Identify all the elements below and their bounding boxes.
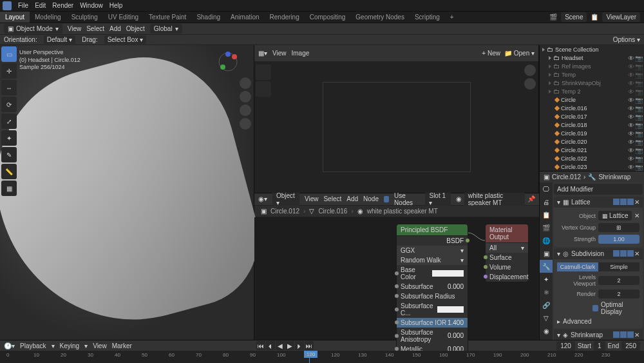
- tab-rendering[interactable]: Rendering: [265, 12, 305, 23]
- hide-viewport-icon[interactable]: 👁: [628, 88, 634, 95]
- disclosure-icon[interactable]: [549, 81, 551, 85]
- surface-socket[interactable]: [484, 255, 488, 259]
- menu-select[interactable]: Select: [86, 25, 104, 32]
- tab-texture[interactable]: Texture Paint: [144, 12, 191, 23]
- tab-modeling[interactable]: Modeling: [30, 12, 66, 23]
- displacement-socket[interactable]: [484, 275, 488, 279]
- tab-add[interactable]: +: [445, 12, 459, 23]
- transform-tool[interactable]: ✦: [1, 130, 17, 146]
- hide-render-icon[interactable]: 📷: [635, 97, 641, 103]
- end-frame-input[interactable]: 250: [621, 341, 640, 351]
- blender-logo-icon[interactable]: [3, 1, 12, 10]
- modifier-header[interactable]: ▾ ▦ Lattice ✕: [554, 197, 643, 208]
- rotate-tool[interactable]: ⟳: [1, 97, 17, 112]
- tab-constraint-icon[interactable]: 🔗: [540, 299, 553, 311]
- uv-canvas[interactable]: [254, 62, 538, 193]
- hide-viewport-icon[interactable]: 👁: [628, 122, 634, 128]
- hide-viewport-icon[interactable]: 👁: [628, 147, 634, 153]
- scene-collection-row[interactable]: 🗀 Scene Collection: [540, 45, 644, 54]
- input-socket[interactable]: [395, 271, 399, 275]
- mod-delete-icon[interactable]: ✕: [634, 199, 639, 206]
- hide-render-icon[interactable]: 📷: [635, 147, 641, 153]
- keyframe-next-icon[interactable]: ⏵: [295, 341, 304, 350]
- mod-show-render[interactable]: [627, 331, 634, 338]
- hide-render-icon[interactable]: 📷: [635, 55, 641, 61]
- options-dropdown[interactable]: Options: [613, 36, 635, 43]
- bsdf-base-color[interactable]: Base Color: [397, 265, 468, 282]
- outliner-item[interactable]: Circle.022👁📷: [540, 154, 644, 162]
- editor-type-icon[interactable]: ◉▾: [258, 195, 267, 202]
- hide-viewport-icon[interactable]: 👁: [628, 105, 634, 112]
- play-reverse-icon[interactable]: ◀: [276, 341, 285, 350]
- zoom-icon[interactable]: [240, 77, 251, 89]
- disclosure-icon[interactable]: ▾: [557, 331, 560, 338]
- tab-sculpting[interactable]: Sculpting: [66, 12, 103, 23]
- sss-method-dropdown[interactable]: Random Walk▾: [397, 255, 468, 265]
- disclosure-icon[interactable]: ▾: [557, 250, 560, 257]
- tl-view-menu[interactable]: View: [93, 342, 107, 349]
- hide-viewport-icon[interactable]: 👁: [628, 80, 634, 86]
- mod-delete-icon[interactable]: ✕: [634, 250, 639, 257]
- disclosure-icon[interactable]: [549, 56, 551, 60]
- scene-selector[interactable]: Scene: [561, 12, 587, 22]
- pin-icon[interactable]: 📌: [527, 195, 535, 202]
- uv-view-menu[interactable]: View: [272, 50, 287, 57]
- crumb-material[interactable]: white plastic speaker MT: [367, 208, 438, 215]
- hide-render-icon[interactable]: 📷: [635, 63, 641, 70]
- image-editor[interactable]: ▦▾ View Image + New 📁 Open ▾: [254, 45, 539, 193]
- node-view-menu[interactable]: View: [305, 195, 319, 202]
- outliner-item[interactable]: 🗀Temp👁📷: [540, 70, 644, 79]
- tab-modifier-icon[interactable]: 🔧: [540, 260, 553, 273]
- node-canvas[interactable]: Principled BSDF BSDF GGX▾ Random Walk▾ B…: [254, 217, 539, 340]
- tab-animation[interactable]: Animation: [225, 12, 264, 23]
- pan-icon[interactable]: [240, 91, 251, 103]
- hide-viewport-icon[interactable]: 👁: [628, 97, 634, 103]
- disclosure-icon[interactable]: [542, 48, 545, 52]
- distribution-dropdown[interactable]: GGX▾: [397, 246, 468, 255]
- disclosure-icon[interactable]: [549, 64, 551, 68]
- node-principled-bsdf[interactable]: Principled BSDF BSDF GGX▾ Random Walk▾ B…: [396, 224, 468, 364]
- mod-show-render[interactable]: [627, 250, 634, 257]
- strength-input[interactable]: 1.00: [598, 235, 639, 244]
- addcube-tool[interactable]: ▦: [1, 181, 17, 196]
- hide-viewport-icon[interactable]: 👁: [628, 155, 634, 162]
- open-button[interactable]: 📁 Open ▾: [504, 50, 535, 57]
- tab-geonodes[interactable]: Geometry Nodes: [350, 12, 410, 23]
- outliner[interactable]: 🗀 Scene Collection 🗀Headset👁📷🗀Ref images…: [540, 45, 644, 171]
- bsdf-subsurface-anisotropy[interactable]: Subsurface Anisotropy0.000: [397, 328, 468, 344]
- input-socket[interactable]: [395, 308, 399, 311]
- advanced-disclosure[interactable]: ▸ Advanced: [557, 317, 639, 326]
- scale-tool[interactable]: ⤢: [1, 113, 17, 129]
- node-add-menu[interactable]: Add: [346, 195, 358, 202]
- orientation-dropdown[interactable]: Default ▾: [44, 35, 75, 44]
- menu-help[interactable]: Help: [109, 2, 123, 9]
- tl-marker-menu[interactable]: Marker: [112, 342, 132, 349]
- hide-viewport-icon[interactable]: 👁: [628, 130, 634, 137]
- disclosure-icon[interactable]: [549, 73, 551, 77]
- disclosure-icon[interactable]: [549, 90, 551, 93]
- hide-viewport-icon[interactable]: 👁: [628, 55, 634, 61]
- volume-socket[interactable]: [484, 265, 488, 269]
- mod-show-editmode[interactable]: [613, 199, 620, 205]
- mod-show-editmode[interactable]: [613, 250, 620, 257]
- menu-edit[interactable]: Edit: [35, 2, 46, 9]
- bsdf-subsurface-radius[interactable]: Subsurface Radius: [397, 291, 468, 301]
- mod-show-viewport[interactable]: [620, 331, 627, 338]
- menu-add[interactable]: Add: [109, 25, 121, 32]
- jump-end-icon[interactable]: ⏭: [305, 341, 314, 350]
- perspective-icon[interactable]: [240, 118, 251, 130]
- subdiv-type-segment[interactable]: Catmull-ClarkSimple: [557, 262, 639, 271]
- clear-icon[interactable]: ✕: [634, 212, 639, 219]
- outliner-item[interactable]: Circle.017👁📷: [540, 112, 644, 121]
- tab-output-icon[interactable]: 🖨: [540, 195, 553, 208]
- tab-particle-icon[interactable]: ✦: [540, 273, 553, 286]
- input-socket[interactable]: [395, 294, 399, 298]
- hide-viewport-icon[interactable]: 👁: [628, 139, 634, 145]
- hide-render-icon[interactable]: 📷: [635, 164, 641, 170]
- viewport-levels-input[interactable]: 2: [598, 276, 639, 285]
- hide-render-icon[interactable]: 📷: [635, 122, 641, 128]
- optimal-display-checkbox[interactable]: [592, 305, 598, 311]
- lattice-object-field[interactable]: ▦ Lattice: [598, 211, 632, 221]
- uv-zoom-icon[interactable]: [524, 64, 536, 76]
- outliner-item[interactable]: Circle.023👁📷: [540, 162, 644, 171]
